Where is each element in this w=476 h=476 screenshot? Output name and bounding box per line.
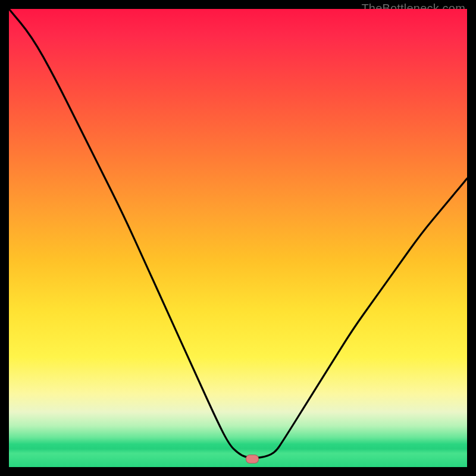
plot-area [9, 9, 467, 467]
current-point-marker [246, 455, 259, 464]
chart-frame: TheBottleneck.com [0, 0, 476, 476]
bottleneck-curve [9, 9, 467, 467]
